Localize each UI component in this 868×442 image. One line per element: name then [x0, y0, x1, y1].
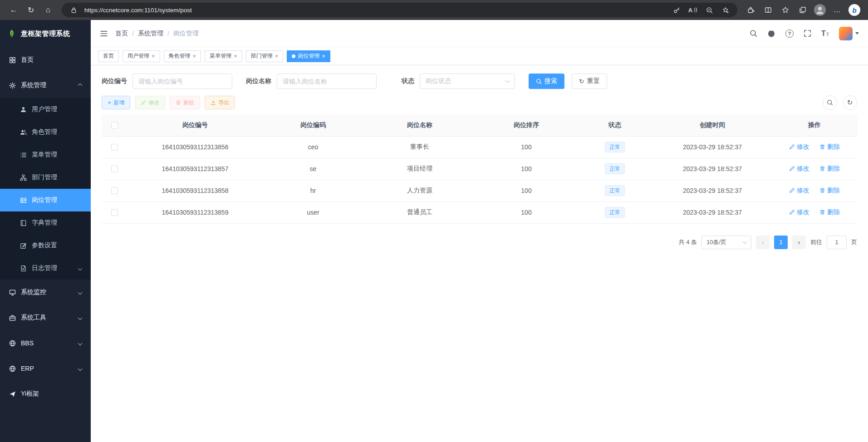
sidebar-item-yi-framework[interactable]: Yi框架: [0, 381, 91, 407]
page-number-1[interactable]: 1: [774, 236, 788, 249]
tab-home[interactable]: 首页: [98, 50, 119, 62]
browser-profile-avatar[interactable]: [812, 2, 828, 18]
goto-label: 前往: [810, 238, 822, 246]
extensions-icon[interactable]: [743, 2, 759, 18]
cell-post-code: ceo: [263, 136, 363, 158]
next-page-button[interactable]: ›: [792, 236, 806, 249]
org-tree-icon: [20, 174, 27, 181]
cell-post-sort: 100: [476, 180, 576, 201]
url-input[interactable]: [83, 6, 667, 14]
close-icon[interactable]: ×: [152, 53, 155, 59]
toggle-search-button[interactable]: [823, 95, 837, 110]
passwords-key-icon[interactable]: [670, 4, 683, 16]
status-select[interactable]: 岗位状态: [420, 74, 515, 89]
sidebar-item-system-monitor[interactable]: 系统监控: [0, 280, 91, 305]
search-button[interactable]: 搜索: [529, 74, 564, 89]
split-screen-icon[interactable]: [760, 2, 776, 18]
tab-menu-mgmt[interactable]: 菜单管理×: [205, 50, 242, 62]
sidebar-subitem-log-mgmt[interactable]: 日志管理: [0, 257, 91, 280]
document-icon: [20, 265, 27, 272]
sidebar-subitem-user-mgmt[interactable]: 用户管理: [0, 98, 91, 121]
browser-refresh-button[interactable]: ↻: [23, 2, 39, 18]
delete-link-label: 删除: [827, 208, 840, 216]
row-delete-link[interactable]: 删除: [819, 208, 840, 216]
row-edit-link[interactable]: 修改: [789, 143, 809, 151]
header-search-icon[interactable]: [750, 29, 757, 37]
sidebar-subitem-dict-mgmt[interactable]: 字典管理: [0, 211, 91, 234]
zoom-out-icon[interactable]: [703, 4, 716, 16]
row-delete-link[interactable]: 删除: [819, 187, 840, 195]
browser-home-button[interactable]: ⌂: [40, 2, 56, 18]
tab-user-mgmt[interactable]: 用户管理×: [123, 50, 160, 62]
row-checkbox[interactable]: [111, 209, 118, 216]
post-code-input[interactable]: [132, 74, 232, 89]
favorites-icon[interactable]: [777, 2, 794, 18]
sidebar-item-bbs[interactable]: BBS: [0, 330, 91, 356]
cell-post-code: hr: [263, 180, 363, 201]
tab-role-mgmt[interactable]: 角色管理×: [164, 50, 201, 62]
bing-icon[interactable]: b: [846, 2, 863, 18]
github-icon[interactable]: [767, 29, 775, 38]
delete-button[interactable]: 删除: [170, 96, 200, 109]
export-button[interactable]: 导出: [205, 96, 235, 109]
row-checkbox[interactable]: [111, 166, 118, 172]
breadcrumb-system-mgmt[interactable]: 系统管理: [138, 29, 163, 38]
sidebar-item-erp[interactable]: ERP: [0, 356, 91, 381]
prev-page-button[interactable]: ‹: [756, 236, 770, 249]
user-avatar-menu[interactable]: [839, 27, 859, 40]
page-size-select[interactable]: 10条/页: [701, 236, 751, 249]
edit-link-label: 修改: [797, 208, 809, 216]
close-icon[interactable]: ×: [234, 53, 237, 59]
row-checkbox[interactable]: [111, 187, 118, 194]
sidebar-subitem-role-mgmt[interactable]: 角色管理: [0, 121, 91, 143]
row-edit-link[interactable]: 修改: [789, 187, 809, 195]
row-edit-link[interactable]: 修改: [789, 208, 809, 216]
sidebar-subitem-param-settings[interactable]: 参数设置: [0, 234, 91, 257]
read-aloud-icon[interactable]: A: [687, 4, 699, 16]
tab-dept-mgmt[interactable]: 部门管理×: [246, 50, 284, 62]
globe-icon: [9, 365, 16, 372]
bing-letter: b: [852, 6, 856, 14]
sidebar-item-system-tools[interactable]: 系统工具: [0, 305, 91, 330]
row-edit-link[interactable]: 修改: [789, 165, 809, 173]
delete-link-label: 删除: [827, 187, 840, 195]
fullscreen-icon[interactable]: [804, 29, 811, 37]
top-navbar: 首页 / 系统管理 / 岗位管理 ?: [91, 20, 868, 47]
sidebar-item-system-mgmt[interactable]: 系统管理: [0, 73, 91, 98]
user-avatar[interactable]: [839, 27, 853, 40]
avatar-caret-icon: [855, 32, 859, 34]
close-icon[interactable]: ×: [193, 53, 196, 59]
sidebar-label-user-mgmt: 用户管理: [32, 105, 57, 113]
sidebar-subitem-post-mgmt[interactable]: 岗位管理: [0, 189, 91, 211]
help-icon[interactable]: ?: [785, 29, 794, 38]
breadcrumb-home[interactable]: 首页: [115, 29, 128, 38]
close-icon[interactable]: ×: [275, 53, 279, 59]
sidebar-item-home[interactable]: 首页: [0, 47, 91, 73]
browser-back-button[interactable]: ←: [5, 2, 22, 18]
address-bar[interactable]: A: [62, 3, 737, 17]
table-toolbar: + 新增 修改 删除 导出: [102, 95, 857, 110]
select-all-checkbox[interactable]: [111, 122, 118, 129]
add-favorite-icon[interactable]: [719, 4, 732, 16]
refresh-table-button[interactable]: ↻: [843, 95, 857, 110]
sidebar-toggle-icon[interactable]: [100, 30, 108, 37]
row-checkbox[interactable]: [111, 144, 118, 151]
close-icon[interactable]: ×: [322, 53, 325, 59]
add-button[interactable]: + 新增: [102, 96, 130, 109]
tab-post-mgmt[interactable]: 岗位管理×: [287, 50, 330, 62]
row-delete-link[interactable]: 删除: [819, 143, 840, 151]
row-delete-link[interactable]: 删除: [819, 165, 840, 173]
collections-icon[interactable]: [794, 2, 811, 18]
post-name-input[interactable]: [277, 74, 377, 89]
sidebar-subitem-dept-mgmt[interactable]: 部门管理: [0, 166, 91, 189]
goto-page-input[interactable]: [827, 236, 847, 249]
read-aloud-letter: A: [688, 7, 692, 14]
text-size-icon[interactable]: TT: [821, 30, 829, 37]
sidebar-subitem-menu-mgmt[interactable]: 菜单管理: [0, 143, 91, 166]
reset-button[interactable]: ↻ 重置: [572, 74, 607, 89]
refresh-icon: ↻: [579, 78, 584, 84]
more-menu-icon[interactable]: …: [829, 2, 845, 18]
app-title: 意框架管理系统: [21, 29, 70, 38]
sidebar-label-tools: 系统工具: [21, 314, 46, 322]
edit-button[interactable]: 修改: [135, 96, 165, 109]
